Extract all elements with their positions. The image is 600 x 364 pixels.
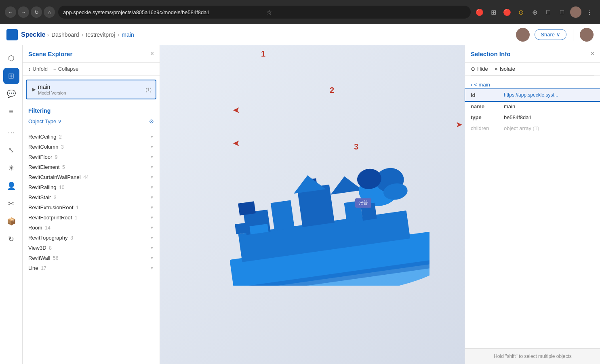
properties-table: id https://app.speckle.syst... name main…	[465, 89, 600, 134]
prop-value-children: object array (1)	[501, 123, 600, 134]
filter-name: RevitRailing 10	[28, 184, 64, 190]
unfold-action[interactable]: ↕ Unfold	[28, 66, 48, 72]
filter-count: 14	[45, 225, 50, 231]
filter-name: View3D 8	[28, 245, 52, 251]
avatar-top	[570, 6, 581, 18]
sidebar-icon-cube[interactable]: ⬡	[3, 50, 19, 66]
filter-name: RevitTopography 3	[28, 235, 73, 241]
ext-icon-4[interactable]: ⊙	[515, 6, 526, 18]
back-button[interactable]: ←	[5, 6, 16, 18]
filter-item-revitcurtainwallpanel[interactable]: RevitCurtainWallPanel 44 ▼	[23, 172, 160, 182]
address-bar[interactable]: app.speckle.systems/projects/a805a16b9c/…	[58, 6, 471, 19]
tree-item-main[interactable]: ▶ main Model Version (1)	[26, 80, 156, 99]
filter-options-icon[interactable]: ⊘	[149, 118, 154, 124]
filter-arrow: ▼	[150, 145, 154, 149]
object-type-button[interactable]: Object Type ∨	[28, 118, 62, 124]
3d-model-svg	[195, 124, 429, 286]
sidebar-icon-expand[interactable]: ⤡	[3, 142, 19, 158]
selection-info-close[interactable]: ×	[591, 50, 594, 57]
isolate-action[interactable]: ⋄ Isolate	[495, 66, 515, 72]
filter-count: 1	[75, 215, 78, 221]
reload-button[interactable]: ↻	[31, 6, 42, 18]
filter-count: 3	[70, 235, 73, 241]
viewport-user-label: 张普	[355, 198, 371, 208]
prop-row-name: name main	[465, 101, 600, 112]
breadcrumb-dashboard[interactable]: Dashboard	[51, 32, 79, 38]
sidebar-icon-layers[interactable]: ≡	[3, 103, 19, 120]
3d-viewport[interactable]: 张普 1 2 3 ➤ ➤	[160, 45, 465, 364]
sidebar-icon-scene[interactable]: ⊞	[3, 68, 19, 84]
prop-key-name: name	[465, 101, 501, 112]
filter-item-revitcolumn[interactable]: RevitColumn 3 ▼	[23, 142, 160, 152]
object-type-chevron: ∨	[58, 118, 62, 124]
annotation-2: 2	[330, 86, 334, 95]
ext-icon-6[interactable]: □	[543, 6, 554, 18]
collapse-icon: ≡	[53, 66, 57, 72]
logo-box	[6, 29, 18, 40]
selection-footer: Hold "shift" to select multiple objects	[465, 348, 600, 364]
sidebar-icon-person[interactable]: 👤	[3, 178, 19, 194]
object-type-label: Object Type	[28, 118, 56, 124]
breadcrumb-sep-3: ›	[118, 32, 120, 38]
app-logo[interactable]: Speckle	[6, 29, 45, 40]
props-section-chevron: ‹	[471, 82, 472, 88]
scene-explorer-header: Scene Explorer ×	[23, 45, 160, 63]
sidebar-icon-sun[interactable]: ☀	[3, 160, 19, 176]
sidebar-icon-refresh[interactable]: ↻	[3, 231, 19, 247]
scene-explorer-title: Scene Explorer	[28, 50, 72, 57]
scene-explorer-close[interactable]: ×	[150, 50, 154, 57]
filter-item-revitceiling[interactable]: RevitCeiling 2 ▼	[23, 132, 160, 142]
sidebar-icon-chat[interactable]: 💬	[3, 86, 19, 102]
share-button[interactable]: Share ∨	[535, 29, 566, 40]
filter-list: RevitCeiling 2 ▼ RevitColumn 3 ▼ RevitFl…	[23, 132, 160, 273]
filter-item-revitelement[interactable]: RevitElement 5 ▼	[23, 162, 160, 172]
menu-icon[interactable]: ⋮	[584, 6, 595, 18]
divider-bar	[573, 29, 573, 41]
breadcrumb-sep-1: ›	[47, 32, 49, 38]
filter-item-line[interactable]: Line 17 ▼	[23, 263, 160, 273]
sidebar-icon-box[interactable]: 📦	[3, 213, 19, 229]
scene-actions-bar: ↕ Unfold ≡ Collapse	[23, 63, 160, 76]
breadcrumb-project[interactable]: testrevitproj	[86, 32, 115, 38]
prop-value-id[interactable]: https://app.speckle.syst...	[501, 89, 600, 101]
annotation-3: 3	[354, 142, 358, 151]
filter-count: 3	[54, 195, 57, 200]
filter-item-revitwall[interactable]: RevitWall 56 ▼	[23, 253, 160, 263]
collapse-action[interactable]: ≡ Collapse	[53, 66, 78, 72]
sidebar-icon-scissors[interactable]: ✂	[3, 196, 19, 212]
filter-count: 17	[41, 265, 46, 271]
tree-expand-icon: ▶	[32, 87, 36, 92]
star-icon[interactable]: ☆	[266, 8, 466, 16]
filter-name: RevitCeiling 2	[28, 134, 62, 140]
filter-name: RevitExtrusionRoof 1	[28, 204, 79, 210]
filter-item-revitstair[interactable]: RevitStair 3 ▼	[23, 192, 160, 202]
tree-item-name: main	[38, 84, 145, 90]
filter-count: 5	[62, 164, 65, 170]
filter-item-revitrailing[interactable]: RevitRailing 10 ▼	[23, 182, 160, 192]
filter-arrow: ▼	[150, 185, 154, 189]
filter-item-revitfootprintroof[interactable]: RevitFootprintRoof 1 ▼	[23, 213, 160, 223]
isolate-label: Isolate	[500, 66, 515, 72]
home-button[interactable]: ⌂	[44, 6, 55, 18]
ext-icon-3[interactable]: 🔴	[501, 6, 513, 18]
filter-header: Object Type ∨ ⊘	[28, 118, 154, 124]
logo-text: Speckle	[21, 31, 45, 38]
filter-item-revitextrusionroof[interactable]: RevitExtrusionRoof 1 ▼	[23, 202, 160, 213]
hide-action[interactable]: ⊙ Hide	[471, 66, 488, 72]
ext-icon-5[interactable]: ⊕	[529, 6, 540, 18]
filter-item-room[interactable]: Room 14 ▼	[23, 223, 160, 233]
filter-item-revitfloor[interactable]: RevitFloor 9 ▼	[23, 152, 160, 162]
filter-item-view3d[interactable]: View3D 8 ▼	[23, 243, 160, 253]
ext-icon-2[interactable]: ⊞	[488, 6, 499, 18]
browser-nav-buttons: ← → ↻ ⌂	[5, 6, 55, 18]
forward-button[interactable]: →	[18, 6, 29, 18]
sidebar-icon-nodes[interactable]: ⋯	[3, 124, 19, 141]
filter-arrow: ▼	[150, 256, 154, 260]
ext-icon-7[interactable]: □	[556, 6, 568, 18]
ext-icon-1[interactable]: 🔴	[474, 6, 485, 18]
svg-rect-4	[238, 201, 256, 215]
tree-item-content: main Model Version	[38, 84, 145, 95]
filter-arrow: ▼	[150, 175, 154, 179]
collapse-label: Collapse	[58, 66, 79, 72]
filter-item-revittopography[interactable]: RevitTopography 3 ▼	[23, 233, 160, 243]
